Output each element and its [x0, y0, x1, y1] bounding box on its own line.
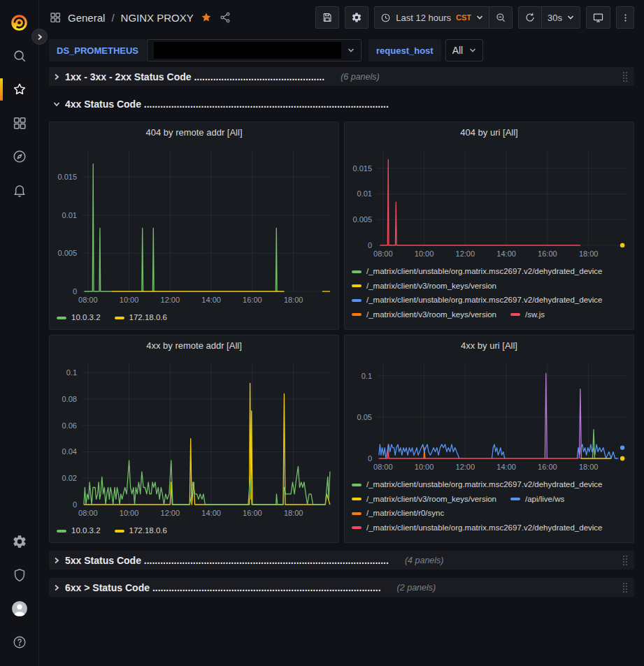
panel-title[interactable]: 404 by remote addr [All]: [50, 122, 338, 142]
row-header-6xx[interactable]: 6xx > Status Code ......................…: [49, 578, 634, 597]
sidebar-item-configuration[interactable]: [3, 527, 36, 556]
panel-title[interactable]: 404 by uri [All]: [345, 122, 634, 142]
sidebar-expand-button[interactable]: [31, 29, 48, 45]
chevron-down-icon: [567, 15, 574, 20]
refresh-interval-dropdown[interactable]: 30s: [541, 6, 580, 29]
dashboard-settings-button[interactable]: [345, 6, 368, 29]
favorite-star-icon[interactable]: [200, 11, 213, 24]
row-title: 1xx - 3xx - 2xx Status Code ............…: [65, 71, 324, 82]
panel-4xx-by-uri: 4xx by uri [All] 08:0010:0012:0014:0016:…: [344, 335, 634, 543]
legend-label: 172.18.0.6: [129, 527, 167, 535]
zoom-out-icon: [495, 12, 506, 23]
svg-text:14:00: 14:00: [201, 509, 221, 517]
sidebar-item-starred[interactable]: [3, 75, 36, 104]
dashboards-grid-icon: [12, 115, 27, 131]
legend-item[interactable]: /_matrix/client/unstable/org.matrix.msc2…: [352, 296, 603, 305]
chevron-right-icon: [53, 584, 60, 591]
legend-item[interactable]: /_matrix/client/v3/room_keys/version: [352, 311, 496, 319]
time-series-chart[interactable]: 08:0010:0012:0014:0016:0018:0000.0050.01…: [345, 142, 634, 261]
grafana-logo[interactable]: [3, 8, 36, 37]
time-series-chart[interactable]: 08:0010:0012:0014:0016:0018:0000.050.1: [345, 355, 634, 474]
legend-item[interactable]: /_matrix/client/v3/room_keys/version: [352, 282, 496, 291]
dashboard-content: 1xx - 3xx - 2xx Status Code ............…: [39, 66, 644, 666]
shield-icon: [12, 567, 27, 583]
more-options-kebab-button[interactable]: [616, 6, 634, 29]
bell-icon: [12, 182, 27, 198]
row-header-5xx[interactable]: 5xx Status Code ........................…: [49, 551, 634, 570]
time-series-chart[interactable]: 08:0010:0012:0014:0016:0018:0000.0050.01…: [50, 142, 338, 307]
row-header-1xx-3xx-2xx[interactable]: 1xx - 3xx - 2xx Status Code ............…: [49, 67, 634, 86]
zoom-out-time-button[interactable]: [489, 6, 513, 29]
svg-text:18:00: 18:00: [579, 463, 599, 471]
legend-item[interactable]: /_matrix/client/unstable/org.matrix.msc2…: [352, 268, 603, 276]
row-header-4xx[interactable]: 4xx Status Code ........................…: [49, 94, 634, 113]
timezone-badge: CST: [456, 13, 471, 22]
dashboard-main: General / NGINX PROXY: [39, 0, 644, 666]
row-panel-count: (4 panels): [405, 556, 444, 565]
sidebar-item-help[interactable]: [3, 628, 36, 657]
svg-text:0.05: 0.05: [357, 413, 372, 421]
legend-label: /_matrix/client/v3/room_keys/version: [366, 495, 496, 504]
legend-swatch: [352, 512, 362, 515]
legend-item[interactable]: 10.0.3.2: [57, 527, 101, 535]
sidebar-item-profile[interactable]: [3, 594, 36, 623]
legend-item[interactable]: /sw.js: [510, 311, 545, 319]
variable-label-ds-prometheus[interactable]: DS_PROMETHEUS: [49, 39, 146, 61]
variable-value-ds-prometheus[interactable]: [147, 39, 362, 61]
legend-item[interactable]: /_matrix/client/v3/room_keys/version: [352, 495, 496, 504]
panel-title[interactable]: 4xx by uri [All]: [345, 335, 634, 355]
legend-label: /_matrix/client/v3/room_keys/version: [366, 311, 496, 319]
legend-item[interactable]: /_matrix/client/unstable/org.matrix.msc2…: [352, 524, 603, 533]
sidebar-item-server-admin[interactable]: [3, 560, 36, 590]
panel-legend: /_matrix/client/unstable/org.matrix.msc2…: [345, 261, 634, 319]
time-series-chart[interactable]: 08:0010:0012:0014:0016:0018:0000.020.040…: [50, 355, 338, 520]
sidebar-item-dashboards[interactable]: [3, 108, 36, 138]
svg-text:0.015: 0.015: [352, 164, 372, 173]
refresh-icon: [524, 12, 536, 23]
cycle-view-mode-button[interactable]: [586, 6, 610, 29]
svg-text:0: 0: [73, 500, 77, 509]
svg-text:14:00: 14:00: [201, 296, 221, 304]
legend-swatch: [510, 313, 520, 316]
breadcrumb-dashboard-title[interactable]: NGINX PROXY: [121, 12, 194, 24]
legend-label: 10.0.3.2: [71, 527, 101, 535]
legend-item[interactable]: /api/live/ws: [510, 495, 564, 504]
svg-text:16:00: 16:00: [538, 463, 557, 471]
time-range-picker[interactable]: Last 12 hours CST: [374, 6, 489, 29]
legend-item[interactable]: 172.18.0.6: [115, 527, 167, 535]
legend-label: /_matrix/client/v3/room_keys/version: [366, 282, 496, 291]
svg-text:0.06: 0.06: [62, 421, 77, 430]
svg-text:08:00: 08:00: [373, 249, 393, 258]
breadcrumb-separator: /: [111, 12, 114, 24]
sidebar-item-search[interactable]: [3, 41, 36, 71]
share-icon[interactable]: [219, 11, 231, 24]
breadcrumb-folder[interactable]: General: [68, 12, 105, 24]
sidebar-item-alerting[interactable]: [3, 175, 36, 205]
legend-item[interactable]: 10.0.3.2: [57, 314, 101, 322]
time-controls-group: Last 12 hours CST: [374, 6, 513, 29]
variable-value-request-host[interactable]: All: [445, 39, 484, 61]
legend-swatch: [352, 284, 362, 287]
legend-item[interactable]: /_matrix/client/r0/sync: [352, 509, 444, 518]
svg-text:12:00: 12:00: [456, 249, 475, 258]
panel-legend: 10.0.3.2172.18.0.6: [50, 520, 338, 535]
save-dashboard-button[interactable]: [315, 6, 339, 29]
legend-item[interactable]: /_matrix/client/unstable/org.matrix.msc2…: [352, 481, 603, 489]
refresh-button[interactable]: [518, 6, 542, 29]
row-drag-handle[interactable]: [620, 71, 630, 82]
apps-grid-icon: [49, 11, 62, 24]
row-drag-handle[interactable]: [620, 555, 630, 566]
variable-label-request-host[interactable]: request_host: [368, 39, 441, 61]
sidebar-item-explore[interactable]: [3, 142, 36, 171]
legend-item[interactable]: 172.18.0.6: [115, 314, 167, 322]
grafana-logo-icon: [10, 13, 29, 32]
legend-label: 10.0.3.2: [71, 314, 101, 322]
avatar: [10, 600, 29, 618]
svg-text:0: 0: [73, 287, 77, 296]
row-title: 6xx > Status Code ......................…: [65, 582, 381, 593]
refresh-interval-label: 30s: [548, 13, 562, 23]
svg-text:10:00: 10:00: [120, 296, 139, 304]
panel-title[interactable]: 4xx by remote addr [All]: [50, 335, 338, 355]
legend-swatch: [352, 526, 362, 529]
row-drag-handle[interactable]: [620, 582, 630, 593]
